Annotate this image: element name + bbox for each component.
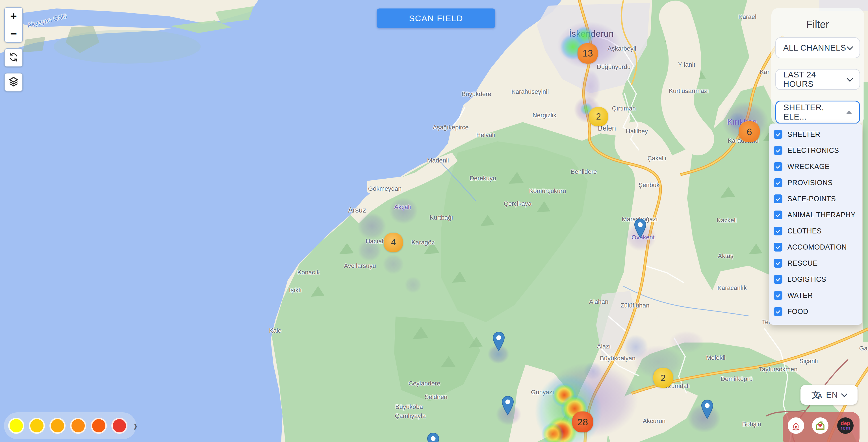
- legend-swatches: [8, 418, 132, 434]
- partner-logos: dep rem: [783, 412, 860, 442]
- category-option-label: LOGISTICS: [787, 275, 826, 284]
- category-option-animal-theraphy[interactable]: ANIMAL THERAPHY: [769, 207, 862, 223]
- legend-expand-chevron-icon[interactable]: ›: [134, 417, 137, 434]
- legend-swatch-6[interactable]: [111, 418, 127, 434]
- category-option-logistics[interactable]: LOGISTICS: [769, 271, 862, 287]
- checkbox-checked-icon[interactable]: [774, 227, 782, 235]
- category-option-label: ANIMAL THERAPHY: [787, 211, 856, 219]
- filter-panel: Filter ALL CHANNELS LAST 24 HOURS SHELTE…: [771, 8, 864, 124]
- legend-swatch-5[interactable]: [91, 418, 107, 434]
- category-option-label: FOOD: [787, 307, 808, 316]
- map-pin[interactable]: [492, 331, 505, 352]
- category-option-water[interactable]: WATER: [769, 287, 862, 303]
- legend-swatch-1[interactable]: [8, 418, 24, 434]
- category-option-label: WATER: [787, 291, 813, 300]
- legend-swatch-4[interactable]: [70, 418, 86, 434]
- category-option-electronics[interactable]: ELECTRONICS: [769, 142, 862, 158]
- map-pin[interactable]: [701, 399, 714, 420]
- category-option-accomodation[interactable]: ACCOMODATION: [769, 239, 862, 255]
- checkbox-checked-icon[interactable]: [774, 178, 782, 187]
- checkbox-checked-icon[interactable]: [774, 210, 782, 219]
- zoom-out-button[interactable]: −: [5, 25, 22, 42]
- category-option-clothes[interactable]: CLOTHES: [769, 223, 862, 239]
- translate-icon: 文A: [811, 389, 822, 401]
- checkbox-checked-icon[interactable]: [774, 275, 782, 284]
- filter-title: Filter: [771, 19, 864, 31]
- category-option-shelter[interactable]: SHELTER: [769, 126, 862, 142]
- checkbox-checked-icon[interactable]: [774, 307, 782, 316]
- legend-swatch-3[interactable]: [50, 418, 66, 434]
- chevron-down-icon: [841, 391, 847, 397]
- severity-legend: ›: [4, 412, 136, 439]
- category-option-label: PROVISIONS: [787, 179, 833, 187]
- checkbox-checked-icon[interactable]: [774, 291, 782, 300]
- map-app: Akyayan GölüİskenderunKırıkhanBelenArsuz…: [0, 0, 868, 442]
- refresh-button[interactable]: [4, 48, 23, 67]
- layers-button[interactable]: [4, 73, 23, 92]
- layers-icon: [8, 76, 19, 88]
- checkbox-checked-icon[interactable]: [774, 243, 782, 252]
- category-dropdown-list: SHELTERELECTRONICSWRECKAGEPROVISIONSSAFE…: [769, 123, 862, 325]
- house-hand-logo[interactable]: [788, 417, 804, 434]
- chevron-down-icon: [847, 44, 853, 50]
- chevron-down-icon: [847, 76, 853, 82]
- checkbox-checked-icon[interactable]: [774, 162, 782, 171]
- category-option-safe-points[interactable]: SAFE-POINTS: [769, 191, 862, 207]
- pin-layer: [0, 0, 868, 442]
- scan-field-button[interactable]: SCAN FIELD: [377, 8, 495, 28]
- refresh-icon: [8, 52, 19, 63]
- zoom-in-button[interactable]: +: [5, 8, 22, 25]
- category-option-wreckage[interactable]: WRECKAGE: [769, 158, 862, 175]
- category-multiselect-value: SHELTER, ELE...: [783, 103, 846, 121]
- category-option-label: SHELTER: [787, 130, 820, 139]
- checkbox-checked-icon[interactable]: [774, 146, 782, 155]
- language-selector[interactable]: 文A EN: [801, 385, 858, 405]
- legend-swatch-2[interactable]: [29, 418, 45, 434]
- channel-select[interactable]: ALL CHANNELS: [775, 37, 860, 58]
- category-option-food[interactable]: FOOD: [769, 303, 862, 320]
- category-multiselect[interactable]: SHELTER, ELE...: [775, 100, 860, 124]
- deprem-logo[interactable]: dep rem: [837, 417, 854, 434]
- category-option-label: ACCOMODATION: [787, 243, 847, 251]
- checkbox-checked-icon[interactable]: [774, 130, 782, 139]
- category-option-label: RESCUE: [787, 259, 818, 267]
- checkbox-checked-icon[interactable]: [774, 195, 782, 203]
- zoom-control: + −: [4, 7, 23, 43]
- deprem-logo-text: rem: [841, 425, 850, 430]
- chevron-up-icon: [846, 111, 852, 114]
- category-option-label: CLOTHES: [787, 227, 822, 235]
- map-pin[interactable]: [427, 432, 440, 442]
- time-range-select-value: LAST 24 HOURS: [783, 70, 848, 89]
- checkbox-checked-icon[interactable]: [774, 259, 782, 268]
- channel-select-value: ALL CHANNELS: [783, 43, 846, 53]
- category-option-label: SAFE-POINTS: [787, 195, 836, 203]
- category-option-label: WRECKAGE: [787, 163, 830, 171]
- time-range-select[interactable]: LAST 24 HOURS: [775, 69, 860, 90]
- map-pin[interactable]: [634, 218, 647, 239]
- category-option-rescue[interactable]: RESCUE: [769, 255, 862, 271]
- category-option-label: ELECTRONICS: [787, 146, 839, 155]
- category-option-provisions[interactable]: PROVISIONS: [769, 175, 862, 191]
- language-value: EN: [826, 390, 838, 400]
- map-pin[interactable]: [501, 396, 514, 417]
- house-heart-logo[interactable]: [812, 417, 829, 434]
